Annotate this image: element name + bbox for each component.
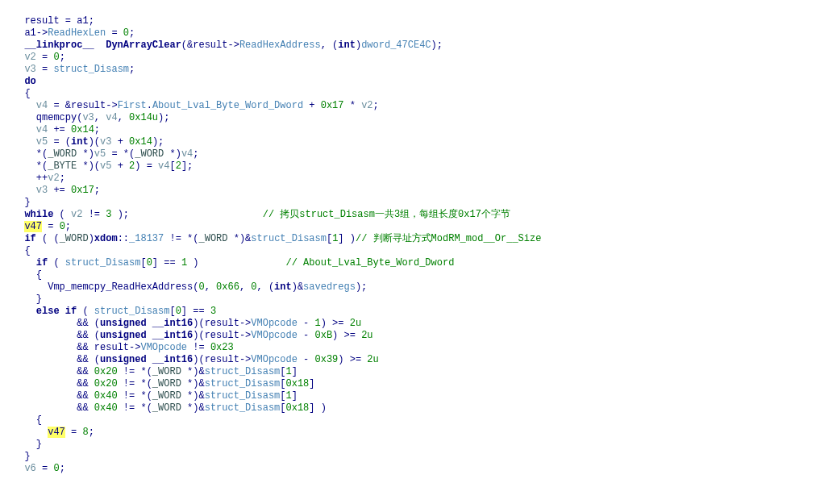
code-token-op: *) <box>164 148 181 160</box>
code-token-hl: v47 <box>48 427 65 438</box>
code-token-op: ; <box>60 463 65 474</box>
code-token-num: 1 <box>181 257 187 269</box>
code-token-op: != *( <box>118 366 152 377</box>
code-line[interactable]: else if ( struct_Disasm[0] == 3 <box>13 306 824 318</box>
code-token-op: [ <box>169 160 175 172</box>
code-token-op: (& <box>181 40 193 51</box>
code-token-faint: _WORD <box>135 148 164 160</box>
code-line[interactable]: v4 = &result->First.About_Lval_Byte_Word… <box>13 100 824 112</box>
code-token-ident: a1 <box>13 27 36 39</box>
code-token-field: First <box>118 100 147 111</box>
code-token-op: + <box>111 136 129 148</box>
code-token-kw: int <box>338 40 356 51</box>
code-token-op: - <box>298 330 315 341</box>
code-line[interactable]: if ( struct_Disasm[0] == 1 ) // About_Lv… <box>13 257 824 269</box>
code-line[interactable]: && (unsigned __int16)(result->VMOpcode -… <box>13 318 824 330</box>
code-line[interactable]: v2 = 0; <box>13 52 824 64</box>
code-token-kw: int <box>71 136 89 148</box>
code-token-num: 2 <box>176 160 181 172</box>
decompiler-code-view[interactable]: result = a1; a1->ReadHexLen = 0; __linkp… <box>0 0 824 475</box>
code-line[interactable]: Vmp_memcpy_ReadHexAddress(0, 0x66, 0, (i… <box>13 281 824 294</box>
code-token-op: ; <box>65 221 71 232</box>
code-token-op: ] <box>292 390 298 402</box>
code-token-op: ; <box>193 148 198 160</box>
code-line[interactable]: while ( v2 != 3 ); // 拷贝struct_Disasm一共3… <box>13 209 824 221</box>
code-token-op: ] ) <box>309 402 327 414</box>
code-token-kw: else if <box>13 306 77 317</box>
code-token-comment: // About_Lval_Byte_Word_Dword <box>286 257 455 269</box>
code-line[interactable]: v47 = 0; <box>13 221 824 233</box>
code-line[interactable]: { <box>13 414 824 427</box>
code-line[interactable]: { <box>13 88 824 100</box>
code-token-func: qmemcpy <box>13 112 77 123</box>
code-line[interactable]: result = a1; <box>13 15 824 27</box>
code-line[interactable]: v6 = 0; <box>13 463 824 475</box>
code-token-faint: _WORD <box>152 390 181 402</box>
code-line[interactable]: v3 = struct_Disasm; <box>13 64 824 76</box>
code-token-var: v2 <box>361 100 372 111</box>
code-line[interactable]: *(_WORD *)v5 = *(_WORD *)v4; <box>13 148 824 160</box>
code-line[interactable]: && 0x20 != *(_WORD *)&struct_Disasm[0x18… <box>13 378 824 390</box>
code-token-num: 0x40 <box>94 402 118 414</box>
code-line[interactable]: ++v2; <box>13 173 824 185</box>
code-line[interactable]: } <box>13 439 824 451</box>
code-token-op: { <box>13 414 42 426</box>
code-line[interactable]: && result->VMOpcode != 0x23 <box>13 342 824 354</box>
code-token-field: About_Lval_Byte_Word_Dword <box>152 100 303 111</box>
code-token-num: 0x18 <box>286 402 310 414</box>
code-token-op: *)& <box>181 390 205 402</box>
code-token-kw: unsigned __int16 <box>100 330 193 341</box>
code-token-op: ] == <box>181 306 210 317</box>
code-token-op: ( <box>77 306 94 317</box>
code-token-var: v4 <box>181 148 193 160</box>
code-token-var: v6 <box>13 463 36 474</box>
code-token-op: && <box>13 342 94 353</box>
code-line[interactable]: if ( (_WORD)xdom::_18137 != *(_WORD *)&s… <box>13 233 824 245</box>
code-token-op: [ <box>280 402 285 414</box>
code-line[interactable]: } <box>13 294 824 306</box>
code-line[interactable]: __linkproc__ DynArrayClear(&result->Read… <box>13 40 824 52</box>
code-line[interactable]: v4 += 0x14; <box>13 124 824 136</box>
code-token-op: != *( <box>118 402 152 414</box>
code-line[interactable]: { <box>13 269 824 281</box>
code-line[interactable]: v5 = (int)(v3 + 0x14); <box>13 136 824 148</box>
code-token-faint: _WORD <box>48 148 77 160</box>
code-token-ident: a1 <box>77 15 88 27</box>
code-token-op: ( ( <box>36 233 60 244</box>
code-token-op: *)& <box>181 402 205 414</box>
code-token-num: 2u <box>367 354 378 365</box>
code-token-num: 2u <box>361 330 372 341</box>
code-line[interactable]: } <box>13 197 824 209</box>
code-line[interactable]: *(_BYTE *)(v5 + 2) = v4[2]; <box>13 160 824 173</box>
code-token-field: struct_Disasm <box>205 366 281 377</box>
code-line[interactable]: v3 += 0x17; <box>13 185 824 197</box>
code-token-op: , ( <box>321 40 339 51</box>
code-token-op: - <box>298 318 315 329</box>
code-line[interactable]: } <box>13 451 824 463</box>
code-token-op: ; <box>94 185 100 196</box>
code-token-num: 0 <box>176 306 181 317</box>
code-token-var: v4 <box>13 124 48 135</box>
code-token-var: v2 <box>71 209 82 220</box>
code-token-num: 0x18 <box>286 378 310 389</box>
code-token-kw: __linkproc__ DynArrayClear <box>13 40 181 51</box>
code-token-num: 0x66 <box>216 281 239 293</box>
code-line[interactable]: && 0x40 != *(_WORD *)&struct_Disasm[0x18… <box>13 402 824 414</box>
code-token-num: 2u <box>350 318 361 329</box>
code-line[interactable]: && (unsigned __int16)(result->VMOpcode -… <box>13 354 824 366</box>
code-token-op: *)& <box>228 233 252 244</box>
code-token-op: = *( <box>106 148 135 160</box>
code-token-op: = <box>36 52 54 63</box>
code-token-op: , <box>205 281 216 293</box>
code-line[interactable]: do <box>13 76 824 88</box>
code-line[interactable]: v47 = 8; <box>13 427 824 439</box>
code-token-faint: _WORD <box>152 378 181 389</box>
code-line[interactable]: { <box>13 245 824 257</box>
code-token-op: = ( <box>48 136 71 148</box>
code-line[interactable]: && 0x40 != *(_WORD *)&struct_Disasm[1] <box>13 390 824 402</box>
code-line[interactable]: && (unsigned __int16)(result->VMOpcode -… <box>13 330 824 342</box>
code-line[interactable]: && 0x20 != *(_WORD *)&struct_Disasm[1] <box>13 366 824 378</box>
code-token-ident: result <box>205 330 239 341</box>
code-line[interactable]: a1->ReadHexLen = 0; <box>13 27 824 40</box>
code-line[interactable]: qmemcpy(v3, v4, 0x14u); <box>13 112 824 124</box>
